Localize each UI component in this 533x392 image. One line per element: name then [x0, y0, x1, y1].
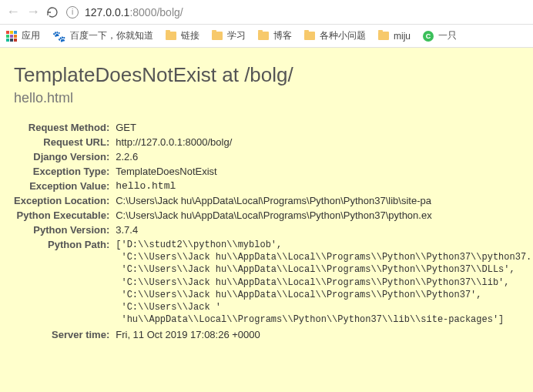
meta-value: C:\Users\Jack hu\AppData\Local\Programs\… [116, 208, 531, 223]
table-row: Server time: Fri, 11 Oct 2019 17:08:26 +… [14, 327, 531, 342]
bookmark-label: 一只 [438, 29, 457, 42]
green-c-icon: C [423, 31, 434, 42]
browser-nav-bar: ← → i 127.0.0.1:8000/bolg/ [0, 0, 533, 25]
meta-value: 2.2.6 [116, 149, 531, 164]
apps-label: 应用 [22, 29, 40, 42]
address-host: 127.0.0.1 [85, 6, 129, 18]
address-path: :8000/bolg/ [129, 6, 183, 18]
bookmark-links[interactable]: 链接 [166, 29, 199, 42]
table-row: Python Path: ['D:\\studt2\\python\\myblo… [14, 237, 531, 327]
error-meta-table: Request Method: GET Request URL: http://… [14, 120, 531, 342]
exception-subtitle: hello.html [14, 90, 519, 106]
reload-icon[interactable] [46, 6, 59, 18]
meta-value: C:\Users\Jack hu\AppData\Local\Programs\… [116, 193, 531, 208]
table-row: Exception Value: hello.html [14, 179, 531, 193]
table-row: Python Executable: C:\Users\Jack hu\AppD… [14, 208, 531, 223]
meta-value: Fri, 11 Oct 2019 17:08:26 +0000 [116, 327, 531, 342]
back-icon[interactable]: ← [6, 4, 18, 20]
meta-label: Django Version: [14, 149, 116, 164]
table-row: Exception Type: TemplateDoesNotExist [14, 164, 531, 179]
folder-icon [258, 32, 269, 40]
meta-value: TemplateDoesNotExist [116, 164, 531, 179]
meta-label: Python Path: [14, 237, 116, 327]
apps-button[interactable]: 应用 [6, 29, 40, 42]
bookmark-greenc[interactable]: C 一只 [423, 29, 457, 42]
bookmarks-bar: 应用 🐾 百度一下，你就知道 链接 学习 博客 各种小问题 miju C 一只 [0, 25, 533, 48]
bookmark-label: miju [394, 31, 411, 42]
site-info-icon[interactable]: i [66, 6, 79, 18]
table-row: Request URL: http://127.0.0.1:8000/bolg/ [14, 135, 531, 149]
bookmark-issues[interactable]: 各种小问题 [304, 29, 366, 42]
bookmark-label: 百度一下，你就知道 [70, 29, 153, 42]
meta-label: Python Executable: [14, 208, 116, 223]
meta-value: hello.html [116, 179, 531, 193]
meta-label: Exception Value: [14, 179, 116, 193]
meta-value: 3.7.4 [116, 223, 531, 237]
bookmark-label: 链接 [181, 29, 199, 42]
bookmark-label: 学习 [227, 29, 246, 42]
forward-icon[interactable]: → [26, 4, 39, 20]
django-error-page: TemplateDoesNotExist at /bolg/ hello.htm… [0, 48, 533, 392]
meta-label: Exception Type: [14, 164, 116, 179]
meta-value: http://127.0.0.1:8000/bolg/ [116, 135, 531, 149]
bookmark-miju[interactable]: miju [378, 31, 411, 42]
table-row: Python Version: 3.7.4 [14, 223, 531, 237]
meta-label: Request URL: [14, 135, 116, 149]
bookmark-label: 博客 [273, 29, 292, 42]
folder-icon [304, 32, 315, 40]
meta-label: Exception Location: [14, 193, 116, 208]
folder-icon [378, 32, 389, 40]
meta-label: Server time: [14, 327, 116, 342]
bookmark-blog[interactable]: 博客 [258, 29, 292, 42]
folder-icon [166, 32, 176, 40]
address-bar[interactable]: i 127.0.0.1:8000/bolg/ [66, 6, 527, 18]
table-row: Django Version: 2.2.6 [14, 149, 531, 164]
meta-label: Python Version: [14, 223, 116, 237]
meta-value: ['D:\\studt2\\python\\myblob', 'C:\\User… [116, 239, 531, 326]
apps-icon [6, 31, 17, 42]
meta-value: GET [116, 120, 531, 135]
table-row: Request Method: GET [14, 120, 531, 135]
table-row: Exception Location: C:\Users\Jack hu\App… [14, 193, 531, 208]
exception-title: TemplateDoesNotExist at /bolg/ [14, 63, 519, 87]
paw-icon: 🐾 [52, 30, 65, 42]
bookmark-label: 各种小问题 [320, 29, 366, 42]
meta-label: Request Method: [14, 120, 116, 135]
bookmark-study[interactable]: 学习 [212, 29, 246, 42]
bookmark-baidu[interactable]: 🐾 百度一下，你就知道 [52, 29, 153, 42]
folder-icon [212, 32, 223, 40]
